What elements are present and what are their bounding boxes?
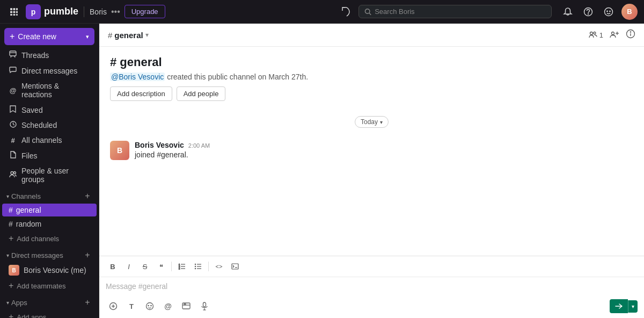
direct-messages-label: Direct messages xyxy=(21,67,77,75)
dm-section-label: Direct messages xyxy=(11,251,63,259)
svg-rect-4 xyxy=(13,11,16,13)
sidebar-item-people[interactable]: People & user groups xyxy=(2,164,97,186)
sidebar-item-all-channels[interactable]: # All channels xyxy=(2,133,97,147)
add-apps-label: Add apps xyxy=(17,313,46,319)
code-block-icon xyxy=(231,263,239,270)
people-icon xyxy=(9,171,17,179)
user-avatar[interactable]: B xyxy=(621,4,638,20)
send-options-button[interactable]: ▾ xyxy=(628,300,638,313)
dm-boris-me[interactable]: B Boris Vesovic (me) xyxy=(2,263,97,278)
svg-point-12 xyxy=(588,13,589,14)
code-button[interactable]: <> xyxy=(212,259,226,273)
add-member-icon xyxy=(610,31,619,39)
create-new-label: Create new xyxy=(18,32,56,41)
main-layout: + Create new ▾ Threads Dire xyxy=(0,24,644,318)
channel-intro-title: # general xyxy=(110,55,633,69)
add-people-button[interactable]: Add people xyxy=(177,86,226,101)
ordered-list-button[interactable]: 1 2 3 xyxy=(175,259,189,273)
add-member-button[interactable] xyxy=(610,31,619,39)
channels-section[interactable]: ▾ Channels + xyxy=(0,187,99,203)
svg-point-26 xyxy=(14,172,16,174)
add-channels-label: Add channels xyxy=(17,235,59,243)
info-button[interactable] xyxy=(626,29,635,41)
svg-rect-47 xyxy=(232,264,238,269)
bell-icon[interactable] xyxy=(560,4,575,19)
sidebar-channel-general[interactable]: # general xyxy=(2,204,97,216)
create-new-button[interactable]: + Create new ▾ xyxy=(4,28,94,45)
saved-icon xyxy=(9,105,17,114)
mentions-label: Mentions & reactions xyxy=(21,82,90,99)
sidebar-item-scheduled[interactable]: Scheduled xyxy=(2,118,97,132)
voice-button[interactable] xyxy=(197,299,212,314)
search-icon xyxy=(364,8,371,16)
quote-button[interactable]: ❝ xyxy=(154,259,168,273)
message-input-area: B I S ❝ 1 2 3 xyxy=(99,256,644,318)
send-main-button[interactable] xyxy=(610,299,628,313)
channel-title[interactable]: # general ▾ xyxy=(108,31,149,40)
svg-point-29 xyxy=(612,32,614,35)
add-description-button[interactable]: Add description xyxy=(110,86,172,101)
sidebar-item-mentions[interactable]: @ Mentions & reactions xyxy=(2,79,97,102)
members-button[interactable]: 1 xyxy=(589,31,603,39)
sidebar-item-saved[interactable]: Saved xyxy=(2,103,97,117)
message-input-row[interactable]: Message #general xyxy=(99,277,644,297)
history-icon[interactable] xyxy=(339,4,354,19)
upgrade-button[interactable]: Upgrade xyxy=(125,5,165,18)
strikethrough-button[interactable]: S xyxy=(138,259,152,273)
unordered-list-button[interactable] xyxy=(191,259,205,273)
send-button-group[interactable]: ▾ xyxy=(610,299,638,313)
sidebar-channel-random[interactable]: # random xyxy=(2,218,97,230)
info-icon xyxy=(626,29,635,39)
emoji-status-icon[interactable] xyxy=(601,4,616,19)
text-format-button[interactable]: T xyxy=(124,299,139,314)
attach-button[interactable] xyxy=(106,299,121,314)
send-chevron-icon: ▾ xyxy=(632,303,634,309)
grid-menu-icon[interactable] xyxy=(6,4,21,19)
sidebar: + Create new ▾ Threads Dire xyxy=(0,24,99,318)
sidebar-add-channels[interactable]: + Add channels xyxy=(2,232,97,245)
mention-button[interactable]: @ xyxy=(160,299,175,314)
sidebar-item-direct-messages[interactable]: Direct messages xyxy=(2,63,97,78)
channels-section-chevron: ▾ xyxy=(6,193,9,199)
add-dm-icon[interactable]: + xyxy=(83,250,92,260)
table-row: B Boris Vesovic 2:00 AM joined #general. xyxy=(110,141,633,160)
channels-section-label: Channels xyxy=(11,192,41,200)
svg-point-13 xyxy=(605,8,613,16)
attach-icon xyxy=(109,302,118,310)
search-input[interactable] xyxy=(375,8,546,16)
add-apps-section-icon[interactable]: + xyxy=(83,298,92,307)
svg-rect-0 xyxy=(10,8,12,10)
apps-section[interactable]: ▾ Apps + xyxy=(0,293,99,309)
mention-link[interactable]: @Boris Vesovic xyxy=(110,73,165,81)
today-chevron: ▾ xyxy=(380,119,383,125)
attachment-button[interactable] xyxy=(179,299,194,314)
topbar-more-icon[interactable]: ••• xyxy=(111,7,120,17)
sidebar-add-apps[interactable]: + Add apps xyxy=(2,310,97,318)
code-block-button[interactable] xyxy=(228,259,242,273)
intro-suffix: created this public channel on March 27t… xyxy=(167,73,308,81)
topbar: p pumble Boris ••• Upgrade xyxy=(0,0,644,24)
today-badge[interactable]: Today ▾ xyxy=(355,116,389,128)
sidebar-item-threads[interactable]: Threads xyxy=(2,48,97,62)
message-content: Boris Vesovic 2:00 AM joined #general. xyxy=(135,141,633,160)
svg-point-9 xyxy=(365,9,369,13)
help-icon[interactable] xyxy=(581,4,596,19)
svg-point-54 xyxy=(147,303,153,310)
fmt-divider-1 xyxy=(171,262,172,271)
add-channel-icon[interactable]: + xyxy=(83,191,92,201)
app-logo: p pumble xyxy=(26,4,78,19)
channel-header: # general ▾ 1 xyxy=(99,24,644,47)
emoji-button[interactable] xyxy=(142,299,157,314)
app-name: pumble xyxy=(44,6,78,17)
svg-point-34 xyxy=(630,32,631,32)
direct-messages-section[interactable]: ▾ Direct messages + xyxy=(0,246,99,262)
channel-intro-text: @Boris Vesovic created this public chann… xyxy=(110,73,633,81)
input-toolbar-left: T @ xyxy=(106,299,212,314)
svg-rect-7 xyxy=(13,14,16,16)
italic-button[interactable]: I xyxy=(122,259,136,273)
search-bar[interactable] xyxy=(358,5,552,18)
bold-button[interactable]: B xyxy=(106,259,120,273)
threads-label: Threads xyxy=(21,51,49,60)
sidebar-item-files[interactable]: Files xyxy=(2,148,97,163)
sidebar-add-teammates[interactable]: + Add teammates xyxy=(2,279,97,293)
